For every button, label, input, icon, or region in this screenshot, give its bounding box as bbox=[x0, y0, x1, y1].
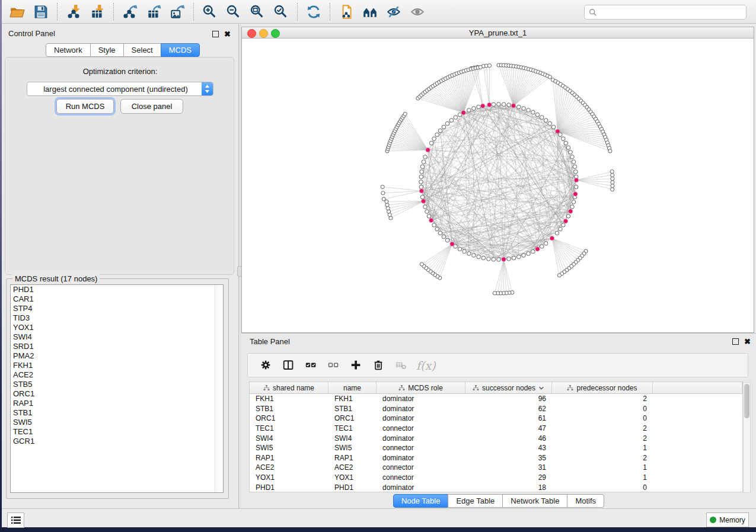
mcds-hub-node[interactable] bbox=[574, 178, 579, 182]
mcds-hub-node[interactable] bbox=[550, 236, 554, 241]
mcds-hub-node[interactable] bbox=[487, 102, 492, 107]
split-panel-button[interactable] bbox=[277, 357, 300, 374]
export-image-button[interactable] bbox=[165, 2, 189, 21]
table-settings-button[interactable] bbox=[255, 357, 277, 374]
mcds-hub-node[interactable] bbox=[480, 104, 485, 108]
mcds-hub-node[interactable] bbox=[421, 199, 426, 204]
mcds-hub-node[interactable] bbox=[563, 219, 568, 224]
mcds-result-item[interactable]: SWI4 bbox=[11, 332, 223, 342]
mcds-hub-node[interactable] bbox=[450, 242, 455, 246]
import-table-button[interactable] bbox=[85, 2, 109, 21]
tab-node-table[interactable]: Node Table bbox=[393, 494, 449, 508]
run-mcds-button[interactable]: Run MCDS bbox=[56, 99, 114, 114]
hide-selected-button[interactable] bbox=[382, 2, 406, 21]
column-header-predecessor-nodes[interactable]: predecessor nodes bbox=[552, 382, 653, 393]
mcds-hub-node[interactable] bbox=[502, 257, 506, 262]
mcds-result-item[interactable]: STP4 bbox=[11, 304, 223, 313]
table-row[interactable]: ORC1ORC1dominator610 bbox=[250, 414, 742, 424]
tab-motifs[interactable]: Motifs bbox=[567, 494, 604, 508]
save-session-button[interactable] bbox=[29, 2, 53, 21]
table-row[interactable]: YOX1YOX1connector291 bbox=[250, 473, 742, 483]
network-graph[interactable] bbox=[242, 39, 754, 332]
mcds-result-item[interactable]: RAP1 bbox=[11, 399, 223, 408]
mcds-hub-node[interactable] bbox=[461, 110, 466, 115]
tab-network[interactable]: Network bbox=[46, 43, 91, 57]
column-header-successor-nodes[interactable]: successor nodes bbox=[465, 382, 552, 393]
mcds-hub-node[interactable] bbox=[426, 148, 430, 152]
table-cell: 35 bbox=[465, 454, 552, 462]
table-row[interactable]: SWI4SWI4dominator462 bbox=[250, 433, 742, 443]
optimization-criterion-select[interactable]: largest connected component (undirected) bbox=[27, 82, 213, 96]
mcds-hub-node[interactable] bbox=[429, 218, 433, 223]
close-panel-button[interactable]: Close panel bbox=[120, 99, 183, 114]
tab-mcds[interactable]: MCDS bbox=[161, 43, 200, 57]
export-table-button[interactable] bbox=[142, 2, 165, 21]
mcds-result-item[interactable]: PHD1 bbox=[11, 285, 223, 294]
mcds-hub-node[interactable] bbox=[556, 129, 560, 134]
mcds-result-item[interactable]: ORC1 bbox=[11, 389, 223, 399]
table-scrollbar[interactable] bbox=[743, 382, 751, 493]
add-column-button[interactable] bbox=[345, 357, 368, 374]
mcds-hub-node[interactable] bbox=[573, 192, 578, 197]
function-builder-button[interactable]: f(x) bbox=[416, 359, 436, 372]
task-history-button[interactable] bbox=[7, 512, 24, 528]
select-all-rows-button[interactable] bbox=[300, 357, 323, 374]
tab-select[interactable]: Select bbox=[123, 43, 161, 57]
float-panel-icon[interactable] bbox=[212, 31, 219, 37]
column-header-name[interactable]: name bbox=[328, 382, 377, 393]
export-network-button[interactable] bbox=[118, 2, 142, 21]
zoom-in-button[interactable] bbox=[198, 2, 222, 21]
table-row[interactable]: FKH1FKH1dominator962 bbox=[250, 394, 742, 404]
memory-button[interactable]: Memory bbox=[706, 512, 749, 527]
float-table-panel-icon[interactable] bbox=[732, 338, 739, 345]
deselect-all-rows-button[interactable] bbox=[323, 357, 345, 374]
mcds-result-item[interactable]: SRD1 bbox=[11, 342, 223, 351]
delete-column-button[interactable] bbox=[368, 357, 390, 374]
network-window-titlebar[interactable]: YPA_prune.txt_1 bbox=[242, 27, 754, 39]
zoom-out-button[interactable] bbox=[222, 2, 245, 21]
import-network-button[interactable] bbox=[62, 2, 85, 21]
mcds-hub-node[interactable] bbox=[535, 247, 540, 252]
show-all-button[interactable] bbox=[406, 2, 429, 21]
table-row[interactable]: PHD1PHD1dominator180 bbox=[250, 482, 742, 492]
mcds-result-item[interactable]: TID3 bbox=[11, 313, 223, 323]
mcds-result-item[interactable]: SWI5 bbox=[11, 418, 223, 427]
mcds-result-item[interactable]: GCR1 bbox=[11, 437, 223, 446]
tab-edge-table[interactable]: Edge Table bbox=[448, 494, 503, 508]
close-table-panel-icon[interactable]: ✖ bbox=[744, 339, 751, 344]
table-row[interactable]: TEC1TEC1connector472 bbox=[250, 424, 742, 434]
zoom-selected-button[interactable] bbox=[269, 2, 293, 21]
mcds-result-item[interactable]: STB5 bbox=[11, 380, 223, 389]
mcds-hub-node[interactable] bbox=[568, 209, 573, 214]
tab-network-table[interactable]: Network Table bbox=[502, 494, 567, 508]
mcds-hub-node[interactable] bbox=[511, 104, 516, 108]
column-header-MCDS-role[interactable]: MCDS role bbox=[377, 382, 465, 393]
mcds-result-item[interactable]: STB1 bbox=[11, 408, 223, 418]
refresh-layout-button[interactable] bbox=[302, 2, 326, 21]
table-scrollbar-thumb[interactable] bbox=[744, 384, 749, 418]
close-panel-icon[interactable]: ✖ bbox=[224, 31, 231, 37]
zoom-fit-button[interactable] bbox=[245, 2, 269, 21]
mcds-result-item[interactable]: TEC1 bbox=[11, 427, 223, 437]
table-row[interactable]: SWI5SWI5connector431 bbox=[250, 443, 742, 453]
mcds-result-item[interactable]: FKH1 bbox=[11, 361, 223, 370]
network-canvas[interactable] bbox=[242, 39, 754, 332]
first-neighbors-button[interactable] bbox=[358, 2, 382, 21]
mcds-result-item[interactable]: YOX1 bbox=[11, 323, 223, 332]
table-row[interactable]: RAP1RAP1dominator352 bbox=[250, 453, 742, 463]
delete-table-button[interactable] bbox=[390, 357, 413, 374]
mcds-list-scrollbar[interactable] bbox=[215, 285, 223, 492]
mcds-result-item[interactable]: CAR1 bbox=[11, 294, 223, 304]
mcds-result-item[interactable]: PMA2 bbox=[11, 351, 223, 361]
table-row[interactable]: ACE2ACE2connector311 bbox=[250, 463, 742, 473]
mcds-result-list[interactable]: PHD1CAR1STP4TID3YOX1SWI4SRD1PMA2FKH1ACE2… bbox=[10, 284, 224, 493]
table-row[interactable]: STB1STB1dominator620 bbox=[250, 404, 742, 414]
tab-style[interactable]: Style bbox=[90, 43, 124, 57]
mcds-result-item[interactable]: ACE2 bbox=[11, 370, 223, 380]
open-session-button[interactable] bbox=[5, 2, 29, 21]
search-input[interactable] bbox=[599, 6, 746, 18]
table-cell: 2 bbox=[552, 454, 653, 462]
column-header-shared-name[interactable]: shared name bbox=[250, 382, 328, 393]
mcds-hub-node[interactable] bbox=[419, 189, 424, 194]
share-document-button[interactable] bbox=[334, 2, 358, 21]
